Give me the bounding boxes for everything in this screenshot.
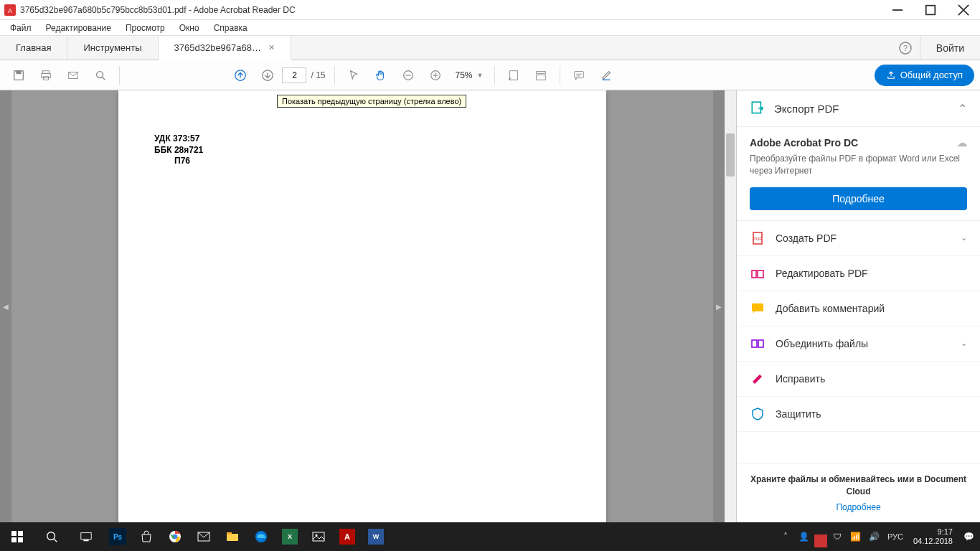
tooltip: Показать предыдущую страницу (стрелка вл…: [277, 95, 466, 108]
svg-rect-44: [81, 533, 91, 540]
right-panel-handle[interactable]: ▶: [713, 90, 725, 522]
tool-add-comment[interactable]: Добавить комментарий: [737, 291, 980, 326]
doc-bbk: ББК 28я721: [154, 145, 570, 156]
taskbar-app-word[interactable]: W: [362, 522, 390, 551]
tool-combine-files[interactable]: Объединить файлы ⌄: [737, 326, 980, 362]
svg-rect-36: [752, 340, 757, 347]
toolbar: / 15 75% ▼ Общий доступ: [0, 60, 980, 90]
svg-rect-38: [11, 531, 17, 536]
learn-more-button[interactable]: Подробнее: [750, 187, 967, 210]
zoom-value[interactable]: 75%: [450, 70, 476, 80]
tray-volume-icon[interactable]: 🔊: [866, 522, 883, 551]
doc-code: П76: [154, 156, 570, 167]
scrollbar-thumb[interactable]: [726, 133, 735, 176]
tool-protect[interactable]: Защитить: [737, 397, 980, 432]
zoom-out-icon[interactable]: [395, 62, 421, 88]
taskbar-search-icon[interactable]: [34, 522, 69, 551]
login-button[interactable]: Войти: [920, 36, 980, 60]
window-title: 3765d32be967a680b5c795bcc8b53d01.pdf - A…: [20, 5, 881, 15]
chevron-up-icon[interactable]: ⌃: [958, 102, 967, 116]
search-icon[interactable]: [88, 62, 113, 88]
tray-network-icon[interactable]: 📶: [847, 522, 864, 551]
page-canvas[interactable]: Показать предыдущую страницу (стрелка вл…: [11, 90, 713, 522]
menu-help[interactable]: Справка: [207, 22, 255, 34]
window-close[interactable]: [947, 0, 980, 20]
window-titlebar: A 3765d32be967a680b5c795bcc8b53d01.pdf -…: [0, 0, 980, 20]
menu-edit[interactable]: Редактирование: [39, 22, 118, 34]
menu-view[interactable]: Просмотр: [118, 22, 172, 34]
taskbar-app-store[interactable]: [132, 522, 161, 551]
tray-people-icon[interactable]: 👤: [796, 522, 813, 551]
taskbar-app-photoshop[interactable]: Ps: [103, 522, 132, 551]
prev-page-icon[interactable]: [227, 62, 253, 88]
app-icon: A: [4, 4, 16, 16]
export-pdf-body: Adobe Acrobat Pro DC ☁ Преобразуйте файл…: [737, 127, 980, 221]
cloud-icon: ☁: [957, 137, 967, 149]
taskbar-app-edge[interactable]: [247, 522, 275, 551]
taskbar-app-photos[interactable]: [304, 522, 333, 551]
tool-redact[interactable]: Исправить: [737, 362, 980, 397]
svg-rect-49: [227, 534, 238, 541]
system-tray: ˄ 👤 🛡 📶 🔊 РУС 9:17 04.12.2018 💬: [777, 522, 980, 551]
tool-create-pdf[interactable]: PDF Создать PDF ⌄: [737, 221, 980, 256]
pro-title: Adobe Acrobat Pro DC ☁: [750, 137, 967, 149]
svg-rect-40: [11, 537, 17, 542]
tab-home[interactable]: Главная: [0, 36, 67, 60]
next-page-icon[interactable]: [255, 62, 281, 88]
mail-icon[interactable]: [60, 62, 86, 88]
share-button[interactable]: Общий доступ: [875, 65, 974, 86]
tab-tools[interactable]: Инструменты: [67, 36, 158, 60]
window-minimize[interactable]: [881, 0, 914, 20]
svg-rect-52: [313, 532, 324, 541]
tab-document[interactable]: 3765d32be967a68… ✕: [159, 36, 291, 60]
tabbar: Главная Инструменты 3765d32be967a68… ✕ ?…: [0, 36, 980, 60]
tray-defender-icon[interactable]: 🛡: [829, 522, 846, 551]
page-display-icon[interactable]: [528, 62, 554, 88]
print-icon[interactable]: [33, 62, 59, 88]
left-panel-handle[interactable]: ◀: [0, 90, 11, 522]
page-number-input[interactable]: [282, 67, 306, 83]
tray-language[interactable]: РУС: [885, 522, 906, 551]
export-pdf-section[interactable]: Экспорт PDF ⌃: [737, 90, 980, 127]
svg-rect-9: [16, 70, 21, 74]
tray-notifications-icon[interactable]: 💬: [960, 522, 977, 551]
workspace: ◀ Показать предыдущую страницу (стрелка …: [0, 90, 980, 522]
taskbar-app-explorer[interactable]: [218, 522, 247, 551]
zoom-in-icon[interactable]: [423, 62, 448, 88]
tray-clock[interactable]: 9:17 04.12.2018: [908, 527, 958, 546]
help-button[interactable]: ?: [891, 36, 920, 60]
page-total-label: / 15: [308, 70, 328, 80]
vertical-scrollbar[interactable]: [725, 90, 736, 522]
taskbar-app-excel[interactable]: X: [275, 522, 304, 551]
chevron-down-icon[interactable]: ▼: [477, 72, 489, 79]
task-view-icon[interactable]: [69, 522, 103, 551]
comment-icon[interactable]: [566, 62, 592, 88]
svg-rect-10: [43, 70, 50, 73]
redact-icon: [750, 371, 765, 387]
tray-app-icon[interactable]: [814, 534, 827, 547]
svg-rect-33: [752, 270, 756, 278]
fit-width-icon[interactable]: [501, 62, 527, 88]
svg-rect-11: [42, 73, 51, 77]
svg-rect-39: [18, 531, 23, 536]
save-icon[interactable]: [6, 62, 32, 88]
menu-file[interactable]: Файл: [3, 22, 39, 34]
svg-text:PDF: PDF: [753, 237, 762, 241]
window-maximize[interactable]: [914, 0, 947, 20]
menu-window[interactable]: Окно: [172, 22, 207, 34]
tray-show-hidden-icon[interactable]: ˄: [777, 522, 794, 551]
svg-point-14: [97, 71, 103, 77]
tool-edit-pdf[interactable]: Редактировать PDF: [737, 256, 980, 291]
menubar: Файл Редактирование Просмотр Окно Справк…: [0, 20, 980, 36]
sign-icon[interactable]: [593, 62, 619, 88]
taskbar-app-mail[interactable]: [189, 522, 218, 551]
taskbar-app-acrobat[interactable]: A: [333, 522, 362, 551]
edit-pdf-icon: [750, 265, 765, 281]
footer-learn-more[interactable]: Подробнее: [750, 502, 967, 512]
taskbar-app-chrome[interactable]: [161, 522, 189, 551]
hand-tool-icon[interactable]: [368, 62, 394, 88]
close-icon[interactable]: ✕: [268, 43, 275, 52]
start-button[interactable]: [0, 522, 34, 551]
svg-text:A: A: [8, 7, 12, 14]
selection-tool-icon[interactable]: [341, 62, 367, 88]
